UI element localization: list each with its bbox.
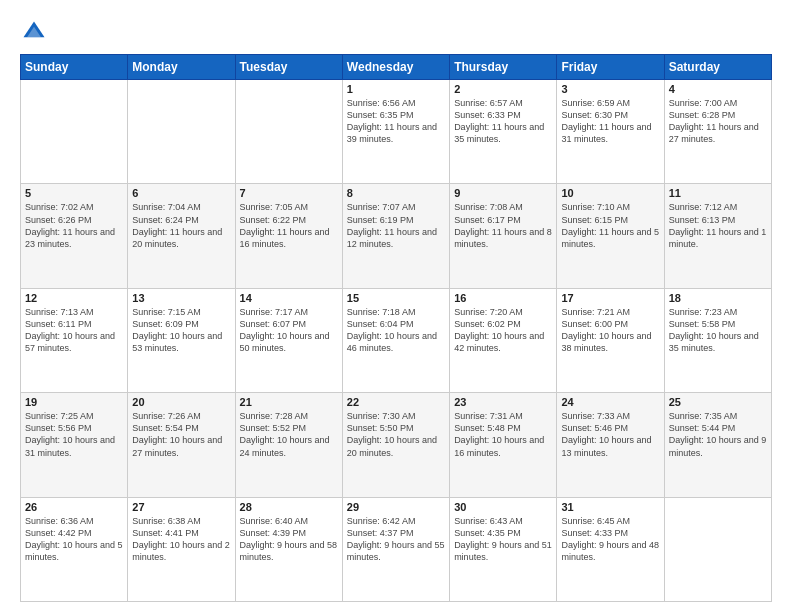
week-row-2: 5Sunrise: 7:02 AM Sunset: 6:26 PM Daylig… — [21, 184, 772, 288]
day-info: Sunrise: 7:20 AM Sunset: 6:02 PM Dayligh… — [454, 306, 552, 355]
day-cell-27: 27Sunrise: 6:38 AM Sunset: 4:41 PM Dayli… — [128, 497, 235, 601]
week-row-1: 1Sunrise: 6:56 AM Sunset: 6:35 PM Daylig… — [21, 80, 772, 184]
day-info: Sunrise: 7:35 AM Sunset: 5:44 PM Dayligh… — [669, 410, 767, 459]
day-info: Sunrise: 6:56 AM Sunset: 6:35 PM Dayligh… — [347, 97, 445, 146]
day-cell-8: 8Sunrise: 7:07 AM Sunset: 6:19 PM Daylig… — [342, 184, 449, 288]
calendar: SundayMondayTuesdayWednesdayThursdayFrid… — [20, 54, 772, 602]
day-info: Sunrise: 7:21 AM Sunset: 6:00 PM Dayligh… — [561, 306, 659, 355]
day-number: 18 — [669, 292, 767, 304]
day-info: Sunrise: 6:36 AM Sunset: 4:42 PM Dayligh… — [25, 515, 123, 564]
day-cell-13: 13Sunrise: 7:15 AM Sunset: 6:09 PM Dayli… — [128, 288, 235, 392]
day-cell-31: 31Sunrise: 6:45 AM Sunset: 4:33 PM Dayli… — [557, 497, 664, 601]
day-info: Sunrise: 7:13 AM Sunset: 6:11 PM Dayligh… — [25, 306, 123, 355]
day-info: Sunrise: 7:30 AM Sunset: 5:50 PM Dayligh… — [347, 410, 445, 459]
empty-cell — [21, 80, 128, 184]
day-info: Sunrise: 6:59 AM Sunset: 6:30 PM Dayligh… — [561, 97, 659, 146]
day-cell-3: 3Sunrise: 6:59 AM Sunset: 6:30 PM Daylig… — [557, 80, 664, 184]
day-number: 2 — [454, 83, 552, 95]
day-number: 13 — [132, 292, 230, 304]
weekday-tuesday: Tuesday — [235, 55, 342, 80]
day-number: 30 — [454, 501, 552, 513]
day-number: 9 — [454, 187, 552, 199]
day-cell-9: 9Sunrise: 7:08 AM Sunset: 6:17 PM Daylig… — [450, 184, 557, 288]
day-cell-30: 30Sunrise: 6:43 AM Sunset: 4:35 PM Dayli… — [450, 497, 557, 601]
day-info: Sunrise: 7:02 AM Sunset: 6:26 PM Dayligh… — [25, 201, 123, 250]
day-cell-25: 25Sunrise: 7:35 AM Sunset: 5:44 PM Dayli… — [664, 393, 771, 497]
day-info: Sunrise: 6:45 AM Sunset: 4:33 PM Dayligh… — [561, 515, 659, 564]
day-cell-24: 24Sunrise: 7:33 AM Sunset: 5:46 PM Dayli… — [557, 393, 664, 497]
day-number: 7 — [240, 187, 338, 199]
empty-cell — [128, 80, 235, 184]
day-info: Sunrise: 7:04 AM Sunset: 6:24 PM Dayligh… — [132, 201, 230, 250]
day-cell-16: 16Sunrise: 7:20 AM Sunset: 6:02 PM Dayli… — [450, 288, 557, 392]
day-cell-1: 1Sunrise: 6:56 AM Sunset: 6:35 PM Daylig… — [342, 80, 449, 184]
day-cell-29: 29Sunrise: 6:42 AM Sunset: 4:37 PM Dayli… — [342, 497, 449, 601]
weekday-wednesday: Wednesday — [342, 55, 449, 80]
day-number: 14 — [240, 292, 338, 304]
week-row-5: 26Sunrise: 6:36 AM Sunset: 4:42 PM Dayli… — [21, 497, 772, 601]
weekday-header-row: SundayMondayTuesdayWednesdayThursdayFrid… — [21, 55, 772, 80]
day-number: 4 — [669, 83, 767, 95]
day-number: 11 — [669, 187, 767, 199]
day-number: 29 — [347, 501, 445, 513]
day-info: Sunrise: 6:42 AM Sunset: 4:37 PM Dayligh… — [347, 515, 445, 564]
empty-cell — [664, 497, 771, 601]
day-info: Sunrise: 7:08 AM Sunset: 6:17 PM Dayligh… — [454, 201, 552, 250]
day-cell-4: 4Sunrise: 7:00 AM Sunset: 6:28 PM Daylig… — [664, 80, 771, 184]
day-number: 8 — [347, 187, 445, 199]
day-info: Sunrise: 7:18 AM Sunset: 6:04 PM Dayligh… — [347, 306, 445, 355]
day-number: 22 — [347, 396, 445, 408]
empty-cell — [235, 80, 342, 184]
day-info: Sunrise: 7:23 AM Sunset: 5:58 PM Dayligh… — [669, 306, 767, 355]
day-number: 20 — [132, 396, 230, 408]
day-number: 19 — [25, 396, 123, 408]
page: SundayMondayTuesdayWednesdayThursdayFrid… — [0, 0, 792, 612]
day-info: Sunrise: 7:28 AM Sunset: 5:52 PM Dayligh… — [240, 410, 338, 459]
day-number: 16 — [454, 292, 552, 304]
day-number: 23 — [454, 396, 552, 408]
day-info: Sunrise: 6:57 AM Sunset: 6:33 PM Dayligh… — [454, 97, 552, 146]
day-info: Sunrise: 7:05 AM Sunset: 6:22 PM Dayligh… — [240, 201, 338, 250]
day-cell-11: 11Sunrise: 7:12 AM Sunset: 6:13 PM Dayli… — [664, 184, 771, 288]
day-cell-21: 21Sunrise: 7:28 AM Sunset: 5:52 PM Dayli… — [235, 393, 342, 497]
day-cell-17: 17Sunrise: 7:21 AM Sunset: 6:00 PM Dayli… — [557, 288, 664, 392]
day-info: Sunrise: 7:31 AM Sunset: 5:48 PM Dayligh… — [454, 410, 552, 459]
day-info: Sunrise: 7:17 AM Sunset: 6:07 PM Dayligh… — [240, 306, 338, 355]
weekday-saturday: Saturday — [664, 55, 771, 80]
day-info: Sunrise: 6:38 AM Sunset: 4:41 PM Dayligh… — [132, 515, 230, 564]
day-info: Sunrise: 7:10 AM Sunset: 6:15 PM Dayligh… — [561, 201, 659, 250]
day-info: Sunrise: 7:26 AM Sunset: 5:54 PM Dayligh… — [132, 410, 230, 459]
day-cell-7: 7Sunrise: 7:05 AM Sunset: 6:22 PM Daylig… — [235, 184, 342, 288]
day-cell-5: 5Sunrise: 7:02 AM Sunset: 6:26 PM Daylig… — [21, 184, 128, 288]
day-info: Sunrise: 7:15 AM Sunset: 6:09 PM Dayligh… — [132, 306, 230, 355]
weekday-friday: Friday — [557, 55, 664, 80]
weekday-sunday: Sunday — [21, 55, 128, 80]
day-info: Sunrise: 7:12 AM Sunset: 6:13 PM Dayligh… — [669, 201, 767, 250]
day-number: 28 — [240, 501, 338, 513]
day-info: Sunrise: 7:25 AM Sunset: 5:56 PM Dayligh… — [25, 410, 123, 459]
header — [20, 18, 772, 46]
day-cell-10: 10Sunrise: 7:10 AM Sunset: 6:15 PM Dayli… — [557, 184, 664, 288]
day-number: 17 — [561, 292, 659, 304]
day-cell-28: 28Sunrise: 6:40 AM Sunset: 4:39 PM Dayli… — [235, 497, 342, 601]
day-cell-15: 15Sunrise: 7:18 AM Sunset: 6:04 PM Dayli… — [342, 288, 449, 392]
day-number: 21 — [240, 396, 338, 408]
day-number: 5 — [25, 187, 123, 199]
day-cell-26: 26Sunrise: 6:36 AM Sunset: 4:42 PM Dayli… — [21, 497, 128, 601]
day-number: 6 — [132, 187, 230, 199]
day-cell-23: 23Sunrise: 7:31 AM Sunset: 5:48 PM Dayli… — [450, 393, 557, 497]
day-info: Sunrise: 7:07 AM Sunset: 6:19 PM Dayligh… — [347, 201, 445, 250]
day-cell-18: 18Sunrise: 7:23 AM Sunset: 5:58 PM Dayli… — [664, 288, 771, 392]
day-number: 31 — [561, 501, 659, 513]
day-cell-19: 19Sunrise: 7:25 AM Sunset: 5:56 PM Dayli… — [21, 393, 128, 497]
week-row-4: 19Sunrise: 7:25 AM Sunset: 5:56 PM Dayli… — [21, 393, 772, 497]
day-info: Sunrise: 6:40 AM Sunset: 4:39 PM Dayligh… — [240, 515, 338, 564]
day-info: Sunrise: 7:33 AM Sunset: 5:46 PM Dayligh… — [561, 410, 659, 459]
day-info: Sunrise: 7:00 AM Sunset: 6:28 PM Dayligh… — [669, 97, 767, 146]
day-number: 15 — [347, 292, 445, 304]
day-number: 12 — [25, 292, 123, 304]
day-cell-14: 14Sunrise: 7:17 AM Sunset: 6:07 PM Dayli… — [235, 288, 342, 392]
day-number: 3 — [561, 83, 659, 95]
week-row-3: 12Sunrise: 7:13 AM Sunset: 6:11 PM Dayli… — [21, 288, 772, 392]
day-number: 26 — [25, 501, 123, 513]
